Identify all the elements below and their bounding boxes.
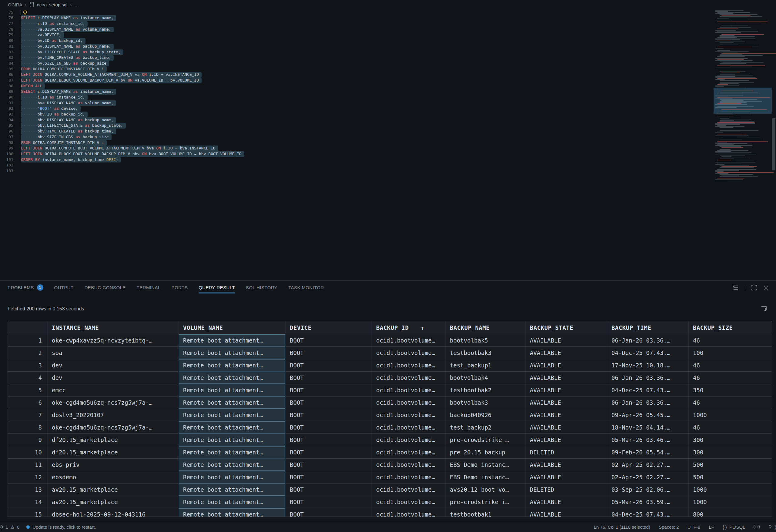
line-number[interactable]: 95 <box>0 123 16 129</box>
close-panel-icon[interactable] <box>763 285 769 291</box>
cell-volume_name[interactable]: Remote boot attachment… <box>179 359 285 371</box>
cell-backup_size[interactable]: 800 <box>689 508 771 517</box>
code-line[interactable]: 90·······i.ID as instance_id, <box>0 95 776 100</box>
cell-instance_name[interactable]: oke-cgd4mo5u6zq-ncs7zg5wj7a-… <box>48 421 179 433</box>
cell-instance_name[interactable]: av20.15_marketplace <box>48 484 179 496</box>
code-line[interactable]: 96·······bbv.TIME_CREATED as backup_time… <box>0 129 776 134</box>
code-line[interactable]: 89SELECT i.DISPLAY_NAME as instance_name… <box>0 89 776 95</box>
cell-backup_size[interactable]: 300 <box>689 446 771 458</box>
cell-instance_name[interactable]: oke-cgd4mo5u6zq-ncs7zg5wj7a-… <box>48 396 179 409</box>
line-number[interactable]: 90 <box>0 95 16 100</box>
eol-indicator[interactable]: LF <box>709 524 714 530</box>
cell-device[interactable]: BOOT <box>285 484 372 496</box>
code-line[interactable]: 93·······bbv.ID as backup_id, <box>0 112 776 117</box>
cell-instance_name[interactable]: ebsdemo <box>48 471 179 483</box>
cell-device[interactable]: BOOT <box>285 334 372 346</box>
line-number[interactable]: 87 <box>0 77 16 83</box>
sort-ascending-icon[interactable]: ↑ <box>421 325 424 331</box>
cell-instance_name[interactable]: dev <box>48 372 179 384</box>
cell-backup_size[interactable]: 350 <box>689 384 771 396</box>
column-header-backup_time[interactable]: BACKUP_TIME <box>607 321 689 334</box>
cell-backup_name[interactable]: avs20.12 boot vo… <box>445 484 526 496</box>
column-header-instance_name[interactable]: INSTANCE_NAME <box>48 321 179 334</box>
maximize-panel-icon[interactable] <box>751 285 757 291</box>
cell-backup_size[interactable]: 1000 <box>689 484 771 496</box>
table-row[interactable]: 2soaRemote boot attachment…BOOTocid1.boo… <box>8 347 772 359</box>
export-results-icon[interactable] <box>760 305 768 313</box>
line-number[interactable]: 81 <box>0 44 16 49</box>
code-line[interactable]: 81·······bv.DISPLAY_NAME as backup_name, <box>0 44 776 49</box>
tab-terminal[interactable]: TERMINAL <box>137 281 161 294</box>
cell-backup_id[interactable]: ocid1.bootvolume… <box>372 471 445 483</box>
column-header-backup_name[interactable]: BACKUP_NAME <box>445 321 526 334</box>
line-number[interactable]: 80 <box>0 38 16 44</box>
row-number[interactable]: 8 <box>8 421 48 433</box>
cell-device[interactable]: BOOT <box>285 496 372 508</box>
cell-backup_size[interactable]: 46 <box>689 421 771 433</box>
cell-backup_name[interactable]: testbootbak1 <box>445 508 526 517</box>
cell-device[interactable]: BOOT <box>285 359 372 371</box>
cell-backup_id[interactable]: ocid1.bootvolume… <box>372 484 445 496</box>
cell-instance_name[interactable]: oke-cwp4xavzz5q-ncvzyteibtq-… <box>48 334 179 346</box>
cell-backup_name[interactable]: pre-crodstrike i… <box>445 496 526 508</box>
cell-backup_time[interactable]: 06-Jan-26 03.36.… <box>607 372 689 384</box>
table-row[interactable]: 6oke-cgd4mo5u6zq-ncs7zg5wj7a-…Remote boo… <box>8 396 772 409</box>
cell-backup_state[interactable]: AVAILABLE <box>526 496 607 508</box>
cell-backup_id[interactable]: ocid1.bootvolume… <box>372 496 445 508</box>
clear-output-icon[interactable] <box>732 284 739 291</box>
cell-backup_name[interactable]: EBS Demo instanc… <box>445 459 526 471</box>
cell-instance_name[interactable]: dbsec-hol-2025-09-12-043116 <box>48 508 179 517</box>
line-number[interactable]: 101 <box>0 157 16 163</box>
cell-backup_id[interactable]: ocid1.bootvolume… <box>372 396 445 409</box>
cell-backup_name[interactable]: EBS Demo instanc… <box>445 471 526 483</box>
line-number[interactable]: 83 <box>0 55 16 61</box>
cell-backup_state[interactable]: AVAILABLE <box>526 421 607 433</box>
cell-volume_name[interactable]: Remote boot attachment… <box>179 421 285 433</box>
row-number[interactable]: 11 <box>8 459 48 471</box>
table-row[interactable]: 9df20.15_marketplaceRemote boot attachme… <box>8 434 772 446</box>
code-line[interactable]: 82·······bv.LIFECYCLE_STATE as backup_st… <box>0 49 776 55</box>
code-line[interactable]: 92·······'BOOT' as device, <box>0 106 776 112</box>
cell-volume_name[interactable]: Remote boot attachment… <box>179 347 285 359</box>
code-line[interactable]: 84·······bv.SIZE_IN_GBS as backup_size <box>0 61 776 66</box>
line-number[interactable]: 84 <box>0 61 16 66</box>
line-number[interactable]: 97 <box>0 134 16 140</box>
cell-device[interactable]: BOOT <box>285 384 372 396</box>
line-number[interactable]: 79 <box>0 32 16 38</box>
cell-backup_name[interactable]: pre 20.15 backup <box>445 446 526 458</box>
cell-device[interactable]: BOOT <box>285 347 372 359</box>
editor-scrollbar-thumb[interactable] <box>772 118 775 170</box>
cell-backup_size[interactable]: 1000 <box>689 496 771 508</box>
cell-volume_name[interactable]: Remote boot attachment… <box>179 396 285 409</box>
cell-volume_name[interactable]: Remote boot attachment… <box>179 484 285 496</box>
cell-backup_size[interactable]: 46 <box>689 372 771 384</box>
row-number[interactable]: 10 <box>8 446 48 458</box>
table-row[interactable]: 13av20.15_marketplaceRemote boot attachm… <box>8 484 772 496</box>
line-number[interactable]: 94 <box>0 117 16 123</box>
cell-backup_size[interactable]: 500 <box>689 471 771 483</box>
cell-volume_name[interactable]: Remote boot attachment… <box>179 508 285 517</box>
code-line[interactable]: 103 <box>0 168 776 174</box>
cell-device[interactable]: BOOT <box>285 446 372 458</box>
cell-backup_time[interactable]: 06-Jan-26 03.36.… <box>607 396 689 409</box>
cell-backup_name[interactable]: bootvolbak5 <box>445 334 526 346</box>
table-row[interactable]: 10df20.15_marketplaceRemote boot attachm… <box>8 446 772 459</box>
cell-instance_name[interactable]: df20.15_marketplace <box>48 446 179 458</box>
table-row[interactable]: 7dbslv3_20220107Remote boot attachment…B… <box>8 409 772 421</box>
cell-volume_name[interactable]: Remote boot attachment… <box>179 434 285 446</box>
cell-backup_time[interactable]: 06-Jan-26 03.36.… <box>607 334 689 346</box>
line-number[interactable]: 75 <box>0 10 16 15</box>
cell-device[interactable]: BOOT <box>285 459 372 471</box>
code-line[interactable]: 83·······bv.TIME_CREATED as backup_time, <box>0 55 776 61</box>
column-header-volume_name[interactable]: VOLUME_NAME <box>179 321 285 334</box>
code-line[interactable]: 75 <box>0 10 776 15</box>
code-line[interactable]: 86LEFT JOIN OCIRA.COMPUTE_VOLUME_ATTACHM… <box>0 72 776 77</box>
table-row[interactable]: 1oke-cwp4xavzz5q-ncvzyteibtq-…Remote boo… <box>8 334 772 347</box>
cell-backup_name[interactable]: test_backup2 <box>445 421 526 433</box>
code-line[interactable]: 95·······bbv.LIFECYCLE_STATE as backup_s… <box>0 123 776 129</box>
cursor-position[interactable]: Ln 76, Col 1 (1110 selected) <box>594 524 650 530</box>
row-number[interactable]: 13 <box>8 484 48 496</box>
line-number[interactable]: 103 <box>0 168 16 174</box>
code-line[interactable]: 98FROM OCIRA.COMPUTE_INSTANCE_DIM_V i <box>0 140 776 146</box>
row-number[interactable]: 3 <box>8 359 48 371</box>
